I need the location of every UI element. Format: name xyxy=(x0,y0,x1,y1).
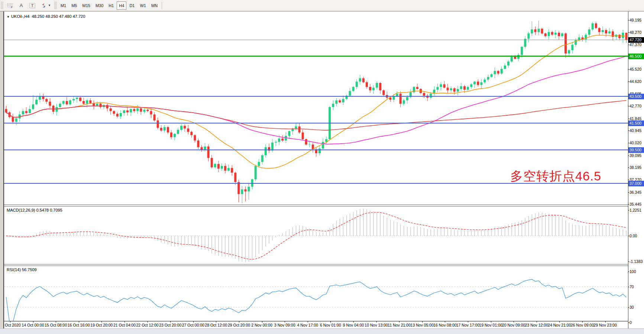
current-price-badge: 47.720 xyxy=(628,37,644,43)
time-tick xyxy=(56,321,56,322)
time-label: 15 Oct 08:00 xyxy=(45,323,67,327)
time-label: 23 Oct 20:00 xyxy=(159,323,181,327)
tf-button-d1[interactable]: D1 xyxy=(127,1,137,10)
time-label: 19 Nov 01:00 xyxy=(479,323,502,327)
time-tick xyxy=(537,321,537,322)
tf-button-h4[interactable]: H4 xyxy=(117,1,126,10)
time-label: 27 Oct 00:00 xyxy=(182,323,204,327)
time-tick xyxy=(170,321,171,322)
time-label: 19 Oct 20:00 xyxy=(90,323,113,327)
axis-tick-label: 45.520 xyxy=(630,67,641,72)
price-axis[interactable]: 49.19548.27047.37045.52044.62043.69542.7… xyxy=(628,12,644,328)
axis-tick-label: 49.195 xyxy=(630,17,641,23)
rsi-pane[interactable] xyxy=(4,266,628,321)
axis-tick-label: 36.345 xyxy=(630,190,641,195)
price-badge-41.500: 41.500 xyxy=(628,121,644,126)
time-tick xyxy=(124,321,125,322)
time-tick xyxy=(239,321,239,322)
tf-button-w1[interactable]: W1 xyxy=(137,1,148,10)
chart-window: ▼UKOil-,H4 48.250 48.250 47.480 47.720 M… xyxy=(0,11,644,334)
axis-tick-label: 100 xyxy=(630,269,636,274)
time-tick xyxy=(445,321,445,322)
time-label: 14 Oct 00:00 xyxy=(22,323,44,327)
time-label: 29 Oct 20:00 xyxy=(228,323,250,327)
time-label: 6 Nov 01:00 xyxy=(320,323,341,327)
price-badge-37.000: 37.000 xyxy=(628,181,644,186)
time-tick xyxy=(216,321,216,322)
font-a-icon[interactable]: A xyxy=(16,1,26,10)
macd-title: MACD(12,26,9) xyxy=(7,208,35,212)
axis-tick-label: 30 xyxy=(630,305,634,310)
axis-tick-label: 0 xyxy=(630,320,632,325)
time-label: 16 Nov 08:00 xyxy=(433,323,456,327)
time-tick xyxy=(376,321,377,322)
time-label: 4 Nov 17:00 xyxy=(297,323,318,327)
grid-f-icon[interactable]: F xyxy=(5,1,16,10)
tf-button-m1[interactable]: M1 xyxy=(58,1,68,10)
mid-ma xyxy=(6,56,627,144)
time-label: 17 Nov 17:00 xyxy=(456,323,479,327)
symbol-label: UKOil-,H4 xyxy=(11,14,30,19)
time-label: 2 Nov 00:00 xyxy=(251,323,272,327)
time-tick xyxy=(10,321,10,322)
chart-title: ▼UKOil-,H4 48.250 48.250 47.480 47.720 xyxy=(7,14,85,19)
toolbar-grip2[interactable] xyxy=(54,2,57,9)
price-badge-39.500: 39.500 xyxy=(628,147,644,153)
time-label: 29 Nov 23:00 xyxy=(593,323,617,327)
time-label: 9 Nov 04:00 xyxy=(343,323,364,327)
axis-tick-label: 40.020 xyxy=(630,140,641,145)
time-tick xyxy=(308,321,308,322)
time-tick xyxy=(422,321,423,322)
axis-tick-label: 70 xyxy=(630,284,634,289)
time-tick xyxy=(285,321,285,322)
time-label: 11 Nov 21:00 xyxy=(388,323,411,327)
symbol-dropdown-icon[interactable]: ▼ xyxy=(7,15,10,19)
time-tick xyxy=(193,321,194,322)
time-label: 12 Oct 2020 xyxy=(4,323,21,327)
time-label: 16 Oct 16:00 xyxy=(68,323,90,327)
tf-button-m30[interactable]: M30 xyxy=(93,1,106,10)
axis-tick-label: -1.1383 xyxy=(630,259,643,264)
tf-button-mn[interactable]: MN xyxy=(149,1,160,10)
plot-area: ▼UKOil-,H4 48.250 48.250 47.480 47.720 M… xyxy=(4,12,628,328)
time-tick xyxy=(101,321,102,322)
toolbar-grip[interactable] xyxy=(1,2,3,9)
time-label: 13 Nov 05:00 xyxy=(411,323,434,327)
tf-button-m15[interactable]: M15 xyxy=(80,1,92,10)
axis-tick-label: 47.370 xyxy=(630,42,641,47)
time-label: 20 Nov 09:00 xyxy=(502,323,525,327)
axis-tick-label: 35.445 xyxy=(630,202,641,207)
time-label: 24 Nov 21:00 xyxy=(548,323,571,327)
timeframe-group: M1M5M15M30H1H4D1W1MN xyxy=(58,1,160,10)
time-tick xyxy=(514,321,514,322)
chevron-down-icon: ▼ xyxy=(48,4,51,7)
time-tick xyxy=(33,321,33,322)
arrows-icon[interactable]: ▼ xyxy=(39,1,53,10)
axis-tick-label: 42.770 xyxy=(630,103,641,109)
text-box-icon[interactable]: T xyxy=(27,1,38,10)
toolbar: F A T ▼ M1M5M15M30H1H4D1W1MN xyxy=(0,0,644,11)
axis-tick-label: 1.2251 xyxy=(630,208,641,213)
slow-ma xyxy=(6,100,627,130)
macd-pane[interactable] xyxy=(4,206,628,264)
time-tick xyxy=(582,321,583,322)
annotation-text: 多空转折点46.5 xyxy=(510,168,601,185)
tf-button-h1[interactable]: H1 xyxy=(106,1,116,10)
ohlc-values: 48.250 48.250 47.480 47.720 xyxy=(32,14,85,19)
macd-values: 0.5478 0.7095 xyxy=(36,208,62,212)
time-tick xyxy=(559,321,560,322)
time-label: 23 Nov 12:00 xyxy=(525,323,548,327)
axis-tick-label: 44.620 xyxy=(630,79,641,84)
trading-terminal: F A T ▼ M1M5M15M30H1H4D1W1MN ▼UKOil- xyxy=(0,0,644,334)
time-tick xyxy=(262,321,262,322)
time-label: 10 Nov 13:00 xyxy=(365,323,388,327)
time-tick xyxy=(330,321,331,322)
time-tick xyxy=(79,321,79,322)
macd-label: MACD(12,26,9) 0.5478 0.7095 xyxy=(7,208,62,212)
rsi-line xyxy=(6,279,627,321)
time-tick xyxy=(468,321,468,322)
toolbar-separator xyxy=(162,2,162,9)
time-tick xyxy=(148,321,148,322)
time-axis[interactable]: 12 Oct 202014 Oct 00:0015 Oct 08:0016 Oc… xyxy=(4,321,628,329)
tf-button-m5[interactable]: M5 xyxy=(69,1,79,10)
